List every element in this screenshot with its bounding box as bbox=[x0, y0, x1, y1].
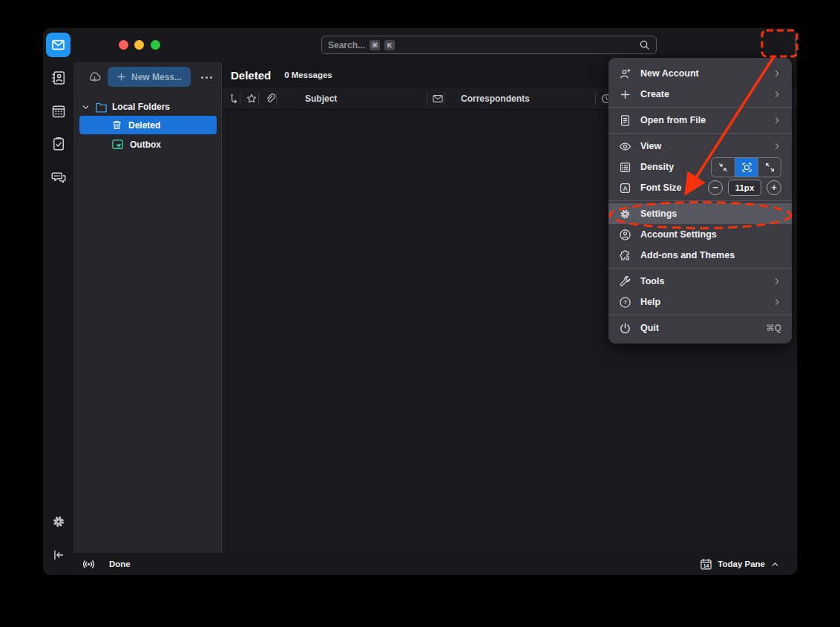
menu-item-view[interactable]: View bbox=[608, 136, 792, 157]
folder-pane-options-button[interactable] bbox=[198, 70, 214, 85]
density-compact-button[interactable] bbox=[712, 158, 735, 177]
quit-shortcut: ⌘Q bbox=[767, 323, 781, 333]
folder-label: Local Folders bbox=[112, 102, 170, 112]
menu-divider bbox=[608, 107, 792, 108]
tasks-space-button[interactable] bbox=[48, 134, 69, 154]
menu-item-help[interactable]: ? Help bbox=[608, 292, 792, 312]
more-options-icon bbox=[201, 76, 203, 79]
thread-pane-title: Deleted bbox=[231, 69, 271, 82]
menu-item-settings[interactable]: Settings bbox=[608, 203, 792, 224]
calendar-space-button[interactable] bbox=[48, 101, 69, 122]
cmd-keycap: ⌘ bbox=[370, 40, 380, 50]
folder-icon bbox=[95, 101, 108, 114]
account-settings-icon bbox=[619, 229, 631, 241]
minimize-button[interactable] bbox=[134, 40, 144, 50]
search-input[interactable]: Search... ⌘ K bbox=[321, 36, 657, 54]
thread-column-icon[interactable] bbox=[229, 93, 240, 105]
menu-divider bbox=[608, 268, 792, 269]
menu-item-font-size: A Font Size − 11px + bbox=[608, 177, 792, 198]
density-relaxed-button[interactable] bbox=[758, 158, 781, 177]
folder-pane: New Mess... Local Folders Deleted bbox=[73, 62, 222, 553]
correspondents-column-header[interactable]: Correspondents bbox=[461, 93, 530, 104]
search-placeholder: Search... bbox=[328, 40, 365, 50]
collapse-spaces-button[interactable] bbox=[48, 545, 69, 565]
puzzle-icon bbox=[619, 249, 631, 262]
mail-envelope-icon bbox=[51, 38, 65, 52]
chat-space-button[interactable] bbox=[48, 167, 69, 188]
collapse-left-icon bbox=[52, 548, 65, 562]
menu-divider bbox=[608, 133, 792, 134]
mail-space-button[interactable] bbox=[46, 33, 70, 57]
font-size-icon: A bbox=[619, 182, 631, 194]
app-menu-popup: New Account Create Open from File bbox=[608, 58, 792, 344]
folder-label: Outbox bbox=[130, 139, 161, 150]
subject-column-header[interactable]: Subject bbox=[305, 93, 337, 104]
menu-item-addons-themes[interactable]: Add-ons and Themes bbox=[608, 245, 792, 266]
folder-outbox[interactable]: Outbox bbox=[79, 135, 217, 154]
font-size-value: 11px bbox=[728, 180, 761, 196]
status-bar: Done 14 Today Pane bbox=[73, 553, 797, 575]
today-pane-calendar-icon: 14 bbox=[700, 558, 712, 571]
menu-item-create[interactable]: Create bbox=[608, 84, 792, 105]
font-size-control: − 11px + bbox=[708, 180, 781, 196]
menu-item-tools[interactable]: Tools bbox=[608, 271, 792, 292]
spaces-settings-button[interactable] bbox=[48, 511, 69, 532]
density-icon bbox=[619, 161, 631, 174]
chevron-right-icon bbox=[772, 277, 781, 286]
chevron-right-icon bbox=[772, 90, 781, 99]
new-account-icon bbox=[619, 68, 631, 80]
outbox-icon bbox=[111, 138, 124, 151]
activity-icon bbox=[82, 557, 96, 571]
chevron-down-icon bbox=[81, 102, 91, 112]
app-menu-button[interactable] bbox=[795, 33, 797, 55]
chevron-up-icon bbox=[770, 559, 780, 569]
attachment-column-icon[interactable] bbox=[264, 93, 276, 105]
app-window: Search... ⌘ K New bbox=[43, 28, 797, 575]
zoom-button[interactable] bbox=[151, 40, 160, 50]
trash-icon bbox=[111, 119, 122, 131]
search-icon bbox=[639, 39, 650, 50]
chevron-right-icon bbox=[772, 142, 781, 151]
chevron-right-icon bbox=[772, 298, 781, 306]
k-keycap: K bbox=[384, 40, 395, 50]
folder-deleted[interactable]: Deleted bbox=[79, 116, 217, 134]
chevron-right-icon bbox=[772, 69, 781, 78]
svg-text:14: 14 bbox=[703, 562, 709, 568]
today-pane-toggle[interactable]: 14 Today Pane bbox=[700, 558, 780, 571]
power-icon bbox=[619, 322, 631, 335]
menu-item-account-settings[interactable]: Account Settings bbox=[608, 224, 792, 245]
menu-divider bbox=[608, 315, 792, 315]
close-button[interactable] bbox=[119, 40, 128, 50]
address-book-icon bbox=[51, 70, 66, 85]
tasks-icon bbox=[51, 137, 66, 151]
address-book-space-button[interactable] bbox=[48, 68, 69, 88]
help-icon: ? bbox=[619, 296, 631, 309]
folder-pane-header: New Mess... bbox=[73, 62, 221, 92]
font-size-increase-button[interactable]: + bbox=[767, 180, 781, 195]
calendar-icon bbox=[51, 104, 66, 119]
folder-local-folders[interactable]: Local Folders bbox=[81, 99, 170, 115]
density-segmented-control bbox=[711, 157, 781, 177]
gear-icon bbox=[51, 514, 66, 529]
menu-item-new-account[interactable]: New Account bbox=[608, 63, 792, 84]
message-count: 0 Messages bbox=[284, 70, 332, 79]
file-icon bbox=[619, 114, 631, 127]
new-message-button[interactable]: New Mess... bbox=[108, 67, 191, 87]
svg-text:A: A bbox=[623, 184, 627, 191]
density-default-button[interactable] bbox=[735, 158, 758, 177]
gear-icon bbox=[619, 208, 631, 220]
plus-icon bbox=[117, 72, 126, 82]
menu-divider bbox=[608, 200, 792, 201]
spaces-toolbar bbox=[43, 28, 73, 575]
chevron-right-icon bbox=[772, 116, 781, 125]
font-size-decrease-button[interactable]: − bbox=[708, 180, 723, 195]
eye-icon bbox=[619, 140, 631, 153]
read-status-column-icon[interactable] bbox=[432, 93, 444, 105]
star-column-icon[interactable] bbox=[246, 93, 257, 105]
get-messages-button[interactable] bbox=[85, 68, 103, 86]
menu-item-open-from-file[interactable]: Open from File bbox=[608, 110, 792, 131]
cloud-download-icon bbox=[87, 70, 102, 85]
menu-item-quit[interactable]: Quit ⌘Q bbox=[608, 318, 792, 338]
status-text: Done bbox=[109, 559, 131, 568]
today-pane-label: Today Pane bbox=[718, 559, 765, 568]
